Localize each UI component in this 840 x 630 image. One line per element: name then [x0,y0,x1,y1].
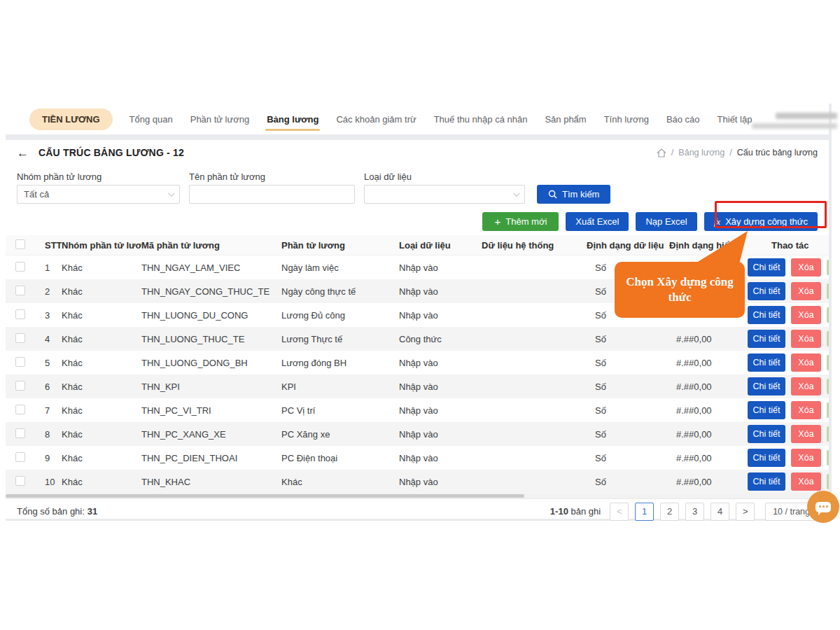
cell-stt: 7 [34,405,62,416]
delete-button[interactable]: Xóa [791,354,821,372]
delete-button[interactable]: Xóa [791,449,821,467]
column-header: Mã phần tử lương [141,240,281,251]
page-button[interactable]: 2 [660,503,679,521]
cutoff-button-sliver [827,331,829,346]
delete-button[interactable]: Xóa [791,258,821,276]
cutoff-button-sliver [827,260,829,275]
breadcrumb-parent[interactable]: Bảng lương [678,148,724,158]
prev-page-button[interactable]: < [610,503,629,521]
add-new-button[interactable]: + Thêm mới [482,212,559,231]
cell-group: Khác [62,453,141,463]
build-formula-button[interactable]: fx Xây dựng công thức [704,212,818,231]
page-title: CẤU TRÚC BẢNG LƯƠNG - 12 [38,147,184,158]
delete-button[interactable]: Xóa [791,401,821,419]
cell-data-format: Số [587,453,666,463]
row-checkbox[interactable] [15,357,25,367]
import-excel-button[interactable]: Nạp Excel [636,212,696,231]
row-checkbox[interactable] [15,286,25,295]
nav-tab[interactable]: Thuế thu nhập cá nhân [434,105,528,134]
cutoff-button-sliver [827,284,829,299]
detail-button[interactable]: Chi tiết [748,472,785,491]
nav-tab[interactable]: Thiết lập [718,105,752,134]
nav-tab[interactable]: Sản phẩm [545,105,586,134]
group-select-value: Tất cả [24,189,49,200]
cell-datatype: Nhập vào [399,429,482,440]
detail-button[interactable]: Chi tiết [748,330,785,348]
detail-button[interactable]: Chi tiết [748,449,785,467]
next-page-button[interactable]: > [736,503,755,521]
cell-code: THN_PC_VI_TRI [141,405,281,416]
delete-button[interactable]: Xóa [791,282,821,300]
delete-button[interactable]: Xóa [791,377,821,396]
detail-button[interactable]: Chi tiết [748,401,785,419]
cell-stt: 2 [34,286,62,297]
row-checkbox[interactable] [15,452,25,462]
cell-data-format: Số [587,334,666,344]
page-button[interactable]: 4 [710,503,729,521]
cell-code: THN_NGAY_CONG_THUC_TE [141,286,281,297]
cell-group: Khác [62,477,141,487]
detail-button[interactable]: Chi tiết [748,258,785,276]
select-all-checkbox[interactable] [15,239,25,249]
cutoff-button-sliver [827,450,829,465]
delete-button[interactable]: Xóa [791,330,821,348]
row-checkbox[interactable] [15,476,25,486]
cell-datatype: Nhập vào [399,477,482,487]
nav-tabs: Tổng quanPhần tử lươngBảng lươngCác khoả… [130,105,752,134]
nav-tab[interactable]: Tính lương [604,105,649,134]
cell-display-format: #.##0,00 [666,477,742,487]
nav-tab[interactable]: Báo cáo [666,105,700,134]
nav-tab[interactable]: Phần tử lương [190,105,249,134]
group-select[interactable]: Tất cả [17,185,180,204]
cutoff-button-sliver [827,379,829,394]
top-nav: TIỀN LƯƠNG Tổng quanPhần tử lươngBảng lư… [6,104,829,134]
cell-stt: 9 [34,453,62,463]
row-checkbox[interactable] [15,405,25,414]
cell-name: Lương đóng BH [281,358,399,368]
page-button[interactable]: 1 [635,503,654,521]
cell-code: THN_LUONG_DU_CONG [141,310,281,321]
plus-icon: + [494,216,500,227]
export-excel-button[interactable]: Xuất Excel [566,212,629,231]
home-icon[interactable] [657,148,666,158]
row-checkbox[interactable] [15,262,25,272]
cell-name: Ngày công thực tế [281,286,399,297]
name-input[interactable] [189,185,355,204]
page-button[interactable]: 3 [685,503,704,521]
cell-name: Lương Đủ công [281,310,399,321]
cell-datatype: Nhập vào [399,453,482,463]
cell-code: THN_PC_XANG_XE [141,429,281,440]
detail-button[interactable]: Chi tiết [748,354,785,372]
column-header: Nhóm phần tử lương [62,240,141,251]
cell-datatype: Nhập vào [399,358,482,368]
search-button[interactable]: Tìm kiếm [537,185,610,204]
cell-group: Khác [62,310,141,321]
delete-button[interactable]: Xóa [791,472,821,491]
datatype-select[interactable] [364,185,525,204]
chat-fab-button[interactable] [807,491,839,523]
row-checkbox[interactable] [15,381,25,391]
annotation-callout: Chọn Xây dựng công thức [615,262,745,318]
row-checkbox[interactable] [15,309,25,319]
cell-stt: 6 [34,382,62,392]
delete-button[interactable]: Xóa [791,306,821,324]
scrollbar-thumb[interactable] [6,494,524,498]
chevron-down-icon [168,190,175,197]
cell-data-format: Số [587,477,666,487]
user-phone-redacted [776,113,837,119]
row-checkbox[interactable] [15,333,25,343]
cutoff-button-sliver [827,355,829,370]
detail-button[interactable]: Chi tiết [748,306,785,324]
back-button[interactable]: ← [17,147,29,159]
cell-stt: 10 [34,477,62,487]
nav-tab[interactable]: Tổng quan [130,105,173,134]
detail-button[interactable]: Chi tiết [748,425,785,443]
row-checkbox[interactable] [15,428,25,438]
detail-button[interactable]: Chi tiết [748,377,785,396]
module-badge[interactable]: TIỀN LƯƠNG [29,108,113,130]
nav-tab[interactable]: Bảng lương [267,105,318,134]
detail-button[interactable]: Chi tiết [748,282,785,300]
cell-data-format: Số [587,405,666,416]
nav-tab[interactable]: Các khoản giảm trừ [336,105,416,134]
delete-button[interactable]: Xóa [791,425,821,443]
